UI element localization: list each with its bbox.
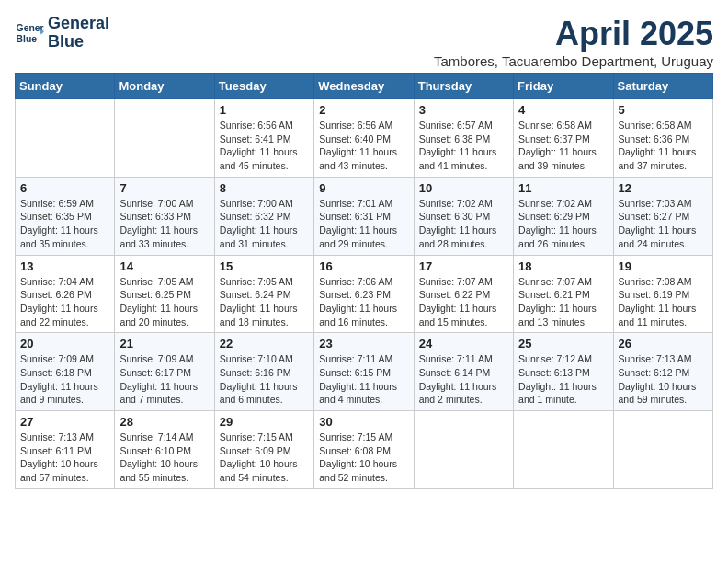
day-info: Sunrise: 7:05 AM Sunset: 6:24 PM Dayligh…: [220, 275, 309, 329]
day-info: Sunrise: 7:04 AM Sunset: 6:26 PM Dayligh…: [20, 275, 109, 329]
calendar-cell: 26Sunrise: 7:13 AM Sunset: 6:12 PM Dayli…: [613, 333, 712, 411]
day-number: 16: [319, 259, 408, 273]
day-info: Sunrise: 6:58 AM Sunset: 6:36 PM Dayligh…: [619, 119, 708, 173]
calendar-cell: [514, 411, 613, 489]
day-number: 9: [319, 181, 408, 195]
calendar-cell: 30Sunrise: 7:15 AM Sunset: 6:08 PM Dayli…: [314, 411, 414, 489]
calendar-cell: [414, 411, 513, 489]
day-number: 6: [20, 181, 109, 195]
calendar-cell: 7Sunrise: 7:00 AM Sunset: 6:33 PM Daylig…: [115, 177, 214, 255]
calendar-cell: 2Sunrise: 6:56 AM Sunset: 6:40 PM Daylig…: [314, 99, 414, 178]
day-info: Sunrise: 7:07 AM Sunset: 6:21 PM Dayligh…: [518, 275, 608, 329]
day-info: Sunrise: 7:03 AM Sunset: 6:27 PM Dayligh…: [619, 197, 708, 251]
day-number: 15: [220, 259, 309, 273]
calendar-table: SundayMondayTuesdayWednesdayThursdayFrid…: [15, 73, 713, 489]
day-number: 25: [518, 337, 608, 350]
calendar-cell: 11Sunrise: 7:02 AM Sunset: 6:29 PM Dayli…: [514, 177, 613, 255]
day-info: Sunrise: 7:12 AM Sunset: 6:13 PM Dayligh…: [518, 352, 608, 407]
day-info: Sunrise: 7:05 AM Sunset: 6:25 PM Dayligh…: [119, 275, 209, 329]
day-number: 17: [419, 259, 508, 273]
calendar-cell: 24Sunrise: 7:11 AM Sunset: 6:14 PM Dayli…: [414, 333, 513, 411]
day-number: 12: [619, 181, 708, 195]
calendar-cell: 16Sunrise: 7:06 AM Sunset: 6:23 PM Dayli…: [314, 255, 414, 333]
header-wednesday: Wednesday: [314, 74, 414, 99]
header-tuesday: Tuesday: [214, 74, 313, 99]
calendar-cell: 19Sunrise: 7:08 AM Sunset: 6:19 PM Dayli…: [613, 255, 712, 333]
day-number: 14: [119, 259, 209, 273]
day-number: 11: [518, 181, 608, 195]
calendar-cell: 10Sunrise: 7:02 AM Sunset: 6:30 PM Dayli…: [414, 177, 513, 255]
calendar-week-2: 6Sunrise: 6:59 AM Sunset: 6:35 PM Daylig…: [16, 177, 713, 255]
day-info: Sunrise: 7:02 AM Sunset: 6:29 PM Dayligh…: [518, 197, 608, 251]
day-info: Sunrise: 7:08 AM Sunset: 6:19 PM Dayligh…: [619, 275, 708, 329]
day-info: Sunrise: 7:15 AM Sunset: 6:08 PM Dayligh…: [319, 431, 408, 485]
logo-text-line1: General: [48, 15, 109, 33]
day-number: 28: [119, 415, 209, 429]
calendar-cell: 15Sunrise: 7:05 AM Sunset: 6:24 PM Dayli…: [214, 255, 313, 333]
day-number: 29: [220, 415, 309, 429]
calendar-cell: 28Sunrise: 7:14 AM Sunset: 6:10 PM Dayli…: [115, 411, 214, 489]
day-number: 20: [20, 337, 109, 350]
day-number: 21: [119, 337, 209, 350]
day-number: 4: [518, 103, 608, 117]
calendar-cell: 6Sunrise: 6:59 AM Sunset: 6:35 PM Daylig…: [16, 177, 115, 255]
calendar-cell: 3Sunrise: 6:57 AM Sunset: 6:38 PM Daylig…: [414, 99, 513, 178]
svg-text:Blue: Blue: [17, 33, 38, 43]
header-monday: Monday: [115, 74, 214, 99]
header-sunday: Sunday: [16, 74, 115, 99]
day-info: Sunrise: 7:11 AM Sunset: 6:14 PM Dayligh…: [419, 352, 508, 407]
calendar-cell: 23Sunrise: 7:11 AM Sunset: 6:15 PM Dayli…: [314, 333, 414, 411]
calendar-cell: [16, 99, 115, 178]
title-area: April 2025 Tambores, Tacuarembo Departme…: [434, 15, 713, 69]
day-number: 7: [119, 181, 209, 195]
calendar-header-row: SundayMondayTuesdayWednesdayThursdayFrid…: [16, 74, 713, 99]
day-info: Sunrise: 7:15 AM Sunset: 6:09 PM Dayligh…: [220, 431, 309, 485]
day-info: Sunrise: 7:00 AM Sunset: 6:33 PM Dayligh…: [119, 197, 209, 251]
day-info: Sunrise: 7:07 AM Sunset: 6:22 PM Dayligh…: [419, 275, 508, 329]
day-info: Sunrise: 7:00 AM Sunset: 6:32 PM Dayligh…: [220, 197, 309, 251]
day-info: Sunrise: 7:10 AM Sunset: 6:16 PM Dayligh…: [220, 352, 309, 407]
calendar-cell: 13Sunrise: 7:04 AM Sunset: 6:26 PM Dayli…: [16, 255, 115, 333]
day-info: Sunrise: 7:13 AM Sunset: 6:11 PM Dayligh…: [20, 431, 109, 485]
logo: General Blue General Blue: [15, 15, 109, 52]
calendar-cell: 9Sunrise: 7:01 AM Sunset: 6:31 PM Daylig…: [314, 177, 414, 255]
day-number: 23: [319, 337, 408, 350]
calendar-week-5: 27Sunrise: 7:13 AM Sunset: 6:11 PM Dayli…: [16, 411, 713, 489]
calendar-cell: 20Sunrise: 7:09 AM Sunset: 6:18 PM Dayli…: [16, 333, 115, 411]
calendar-cell: 17Sunrise: 7:07 AM Sunset: 6:22 PM Dayli…: [414, 255, 513, 333]
calendar-cell: 29Sunrise: 7:15 AM Sunset: 6:09 PM Dayli…: [214, 411, 313, 489]
day-info: Sunrise: 6:57 AM Sunset: 6:38 PM Dayligh…: [419, 119, 508, 173]
day-number: 24: [419, 337, 508, 350]
day-number: 19: [619, 259, 708, 273]
day-number: 30: [319, 415, 408, 429]
day-number: 1: [220, 103, 309, 117]
day-info: Sunrise: 7:11 AM Sunset: 6:15 PM Dayligh…: [319, 352, 408, 407]
day-number: 8: [220, 181, 309, 195]
header-thursday: Thursday: [414, 74, 513, 99]
calendar-cell: 8Sunrise: 7:00 AM Sunset: 6:32 PM Daylig…: [214, 177, 313, 255]
day-number: 13: [20, 259, 109, 273]
day-number: 5: [619, 103, 708, 117]
header-friday: Friday: [514, 74, 613, 99]
day-number: 22: [220, 337, 309, 350]
calendar-cell: 1Sunrise: 6:56 AM Sunset: 6:41 PM Daylig…: [214, 99, 313, 178]
calendar-cell: 21Sunrise: 7:09 AM Sunset: 6:17 PM Dayli…: [115, 333, 214, 411]
calendar-cell: 22Sunrise: 7:10 AM Sunset: 6:16 PM Dayli…: [214, 333, 313, 411]
day-info: Sunrise: 7:14 AM Sunset: 6:10 PM Dayligh…: [119, 431, 209, 485]
day-info: Sunrise: 6:56 AM Sunset: 6:41 PM Dayligh…: [220, 119, 309, 173]
day-number: 18: [518, 259, 608, 273]
day-info: Sunrise: 6:56 AM Sunset: 6:40 PM Dayligh…: [319, 119, 408, 173]
calendar-cell: 5Sunrise: 6:58 AM Sunset: 6:36 PM Daylig…: [613, 99, 712, 178]
calendar-cell: 14Sunrise: 7:05 AM Sunset: 6:25 PM Dayli…: [115, 255, 214, 333]
header-saturday: Saturday: [613, 74, 712, 99]
page-header: General Blue General Blue April 2025 Tam…: [15, 15, 713, 69]
day-info: Sunrise: 7:01 AM Sunset: 6:31 PM Dayligh…: [319, 197, 408, 251]
calendar-cell: 12Sunrise: 7:03 AM Sunset: 6:27 PM Dayli…: [613, 177, 712, 255]
calendar-cell: 27Sunrise: 7:13 AM Sunset: 6:11 PM Dayli…: [16, 411, 115, 489]
logo-icon: General Blue: [15, 18, 44, 48]
day-number: 3: [419, 103, 508, 117]
day-info: Sunrise: 7:06 AM Sunset: 6:23 PM Dayligh…: [319, 275, 408, 329]
calendar-cell: 4Sunrise: 6:58 AM Sunset: 6:37 PM Daylig…: [514, 99, 613, 178]
day-number: 10: [419, 181, 508, 195]
day-info: Sunrise: 6:59 AM Sunset: 6:35 PM Dayligh…: [20, 197, 109, 251]
